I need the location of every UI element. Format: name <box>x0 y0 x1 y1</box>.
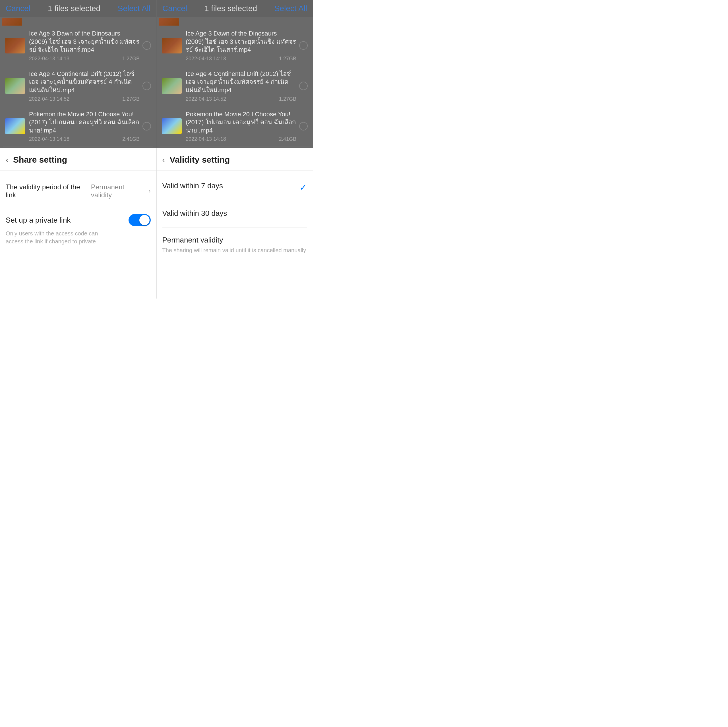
validity-option-7days[interactable]: Valid within 7 days ✓ <box>162 173 307 201</box>
bottom-area: ‹ Share setting The validity period of t… <box>0 148 313 299</box>
right-partial-thumb <box>157 17 313 26</box>
left-file-checkbox-3[interactable] <box>142 122 151 130</box>
private-link-main: Set up a private link <box>6 214 151 226</box>
right-file-name-3: Pokemon the Movie 20 I Choose You! (2017… <box>186 110 296 135</box>
left-file-name-1: Ice Age 3 Dawn of the Dinosaurs (2009) ไ… <box>29 29 140 54</box>
left-file-panel: Cancel 1 files selected Select All Ice A… <box>0 0 157 148</box>
right-thumb-ice4 <box>162 78 182 94</box>
right-file-item-1[interactable]: Ice Age 3 Dawn of the Dinosaurs (2009) ไ… <box>159 26 310 66</box>
validity-period-label: The validity period of the link <box>6 183 91 199</box>
validity-option-30days-text: Valid within 30 days <box>162 209 307 220</box>
validity-option-permanent-desc: The sharing will remain valid until it i… <box>162 246 307 254</box>
right-file-checkbox-2[interactable] <box>299 82 308 90</box>
left-file-item-1[interactable]: Ice Age 3 Dawn of the Dinosaurs (2009) ไ… <box>3 26 153 66</box>
left-file-meta-3: 2022-04-13 14:18 2.41GB <box>29 136 140 142</box>
validity-back-icon[interactable]: ‹ <box>162 155 165 165</box>
validity-check-7days-icon: ✓ <box>300 182 307 193</box>
right-select-all-button[interactable]: Select All <box>274 4 307 13</box>
left-file-size-2: 1.27GB <box>122 96 140 102</box>
right-file-checkbox-3[interactable] <box>299 122 308 130</box>
left-file-info-2: Ice Age 4 Continental Drift (2012) ไอซ์ … <box>29 70 140 102</box>
left-file-date-2: 2022-04-13 14:52 <box>29 96 69 102</box>
share-settings-panel: ‹ Share setting The validity period of t… <box>0 148 157 299</box>
left-file-info-1: Ice Age 3 Dawn of the Dinosaurs (2009) ไ… <box>29 29 140 62</box>
validity-period-text: Permanent validity <box>91 183 146 199</box>
validity-settings-panel: ‹ Validity setting Valid within 7 days ✓… <box>157 148 313 299</box>
right-file-meta-2: 2022-04-13 14:52 1.27GB <box>186 96 296 102</box>
left-file-date-1: 2022-04-13 14:13 <box>29 56 69 62</box>
validity-option-30days[interactable]: Valid within 30 days <box>162 201 307 228</box>
validity-option-permanent-title: Permanent validity <box>162 236 307 244</box>
right-file-meta-3: 2022-04-13 14:18 2.41GB <box>186 136 296 142</box>
validity-settings-title: Validity setting <box>170 155 230 165</box>
right-file-date-2: 2022-04-13 14:52 <box>186 96 226 102</box>
validity-option-30days-title: Valid within 30 days <box>162 209 307 218</box>
right-file-item-3[interactable]: Pokemon the Movie 20 I Choose You! (2017… <box>159 106 310 147</box>
left-nav-title: 1 files selected <box>48 4 100 13</box>
right-file-date-3: 2022-04-13 14:18 <box>186 136 226 142</box>
share-settings-header: ‹ Share setting <box>0 148 156 171</box>
left-thumb-ice3 <box>5 38 25 53</box>
private-link-toggle[interactable] <box>128 214 151 226</box>
validity-settings-header: ‹ Validity setting <box>157 148 313 171</box>
left-file-size-3: 2.41GB <box>122 136 140 142</box>
left-file-size-1: 1.27GB <box>122 56 140 62</box>
share-back-icon[interactable]: ‹ <box>6 155 9 165</box>
right-cancel-button[interactable]: Cancel <box>162 4 187 13</box>
left-file-info-3: Pokemon the Movie 20 I Choose You! (2017… <box>29 110 140 142</box>
private-link-label: Set up a private link <box>6 216 70 225</box>
validity-option-7days-title: Valid within 7 days <box>162 182 295 190</box>
share-settings-title: Share setting <box>13 155 67 165</box>
validity-period-row[interactable]: The validity period of the link Permanen… <box>6 176 151 206</box>
left-file-name-2: Ice Age 4 Continental Drift (2012) ไอซ์ … <box>29 70 140 95</box>
right-file-info-2: Ice Age 4 Continental Drift (2012) ไอซ์ … <box>186 70 296 102</box>
left-file-meta-1: 2022-04-13 14:13 1.27GB <box>29 56 140 62</box>
private-link-row: Set up a private link Only users with th… <box>6 206 151 250</box>
chevron-right-icon: › <box>148 187 150 195</box>
right-file-panel: Cancel 1 files selected Select All Ice A… <box>157 0 313 148</box>
left-file-name-3: Pokemon the Movie 20 I Choose You! (2017… <box>29 110 140 135</box>
left-nav-bar: Cancel 1 files selected Select All <box>0 0 156 17</box>
left-file-list: Ice Age 3 Dawn of the Dinosaurs (2009) ไ… <box>0 26 156 148</box>
right-file-checkbox-1[interactable] <box>299 41 308 50</box>
private-link-desc: Only users with the access code can acce… <box>6 229 114 245</box>
right-file-item-2[interactable]: Ice Age 4 Continental Drift (2012) ไอซ์ … <box>159 66 310 106</box>
top-dimmed-area: Cancel 1 files selected Select All Ice A… <box>0 0 313 148</box>
left-file-item-3[interactable]: Pokemon the Movie 20 I Choose You! (2017… <box>3 106 153 147</box>
right-file-date-1: 2022-04-13 14:13 <box>186 56 226 62</box>
left-thumb-ice4 <box>5 78 25 94</box>
right-file-info-3: Pokemon the Movie 20 I Choose You! (2017… <box>186 110 296 142</box>
right-file-list: Ice Age 3 Dawn of the Dinosaurs (2009) ไ… <box>157 26 313 148</box>
validity-period-value: Permanent validity › <box>91 183 151 199</box>
left-file-item-2[interactable]: Ice Age 4 Continental Drift (2012) ไอซ์ … <box>3 66 153 106</box>
toggle-knob <box>139 215 150 225</box>
right-file-size-1: 1.27GB <box>279 56 296 62</box>
validity-option-permanent-text: Permanent validity The sharing will rema… <box>162 236 307 254</box>
validity-option-7days-text: Valid within 7 days <box>162 182 295 192</box>
right-file-name-2: Ice Age 4 Continental Drift (2012) ไอซ์ … <box>186 70 296 95</box>
right-file-info-1: Ice Age 3 Dawn of the Dinosaurs (2009) ไ… <box>186 29 296 62</box>
left-thumb-pokemon <box>5 118 25 134</box>
right-nav-bar: Cancel 1 files selected Select All <box>157 0 313 17</box>
right-thumb-pokemon <box>162 118 182 134</box>
right-file-name-1: Ice Age 3 Dawn of the Dinosaurs (2009) ไ… <box>186 29 296 54</box>
left-cancel-button[interactable]: Cancel <box>6 4 31 13</box>
validity-content: Valid within 7 days ✓ Valid within 30 da… <box>157 171 313 265</box>
right-thumb-ice3 <box>162 38 182 53</box>
validity-option-permanent[interactable]: Permanent validity The sharing will rema… <box>162 228 307 262</box>
left-file-checkbox-1[interactable] <box>142 41 151 50</box>
left-select-all-button[interactable]: Select All <box>118 4 150 13</box>
share-content: The validity period of the link Permanen… <box>0 171 156 256</box>
left-partial-thumb <box>0 17 156 26</box>
right-file-size-2: 1.27GB <box>279 96 296 102</box>
right-file-size-3: 2.41GB <box>279 136 296 142</box>
left-file-meta-2: 2022-04-13 14:52 1.27GB <box>29 96 140 102</box>
right-file-meta-1: 2022-04-13 14:13 1.27GB <box>186 56 296 62</box>
left-file-date-3: 2022-04-13 14:18 <box>29 136 69 142</box>
right-nav-title: 1 files selected <box>205 4 257 13</box>
left-file-checkbox-2[interactable] <box>142 82 151 90</box>
